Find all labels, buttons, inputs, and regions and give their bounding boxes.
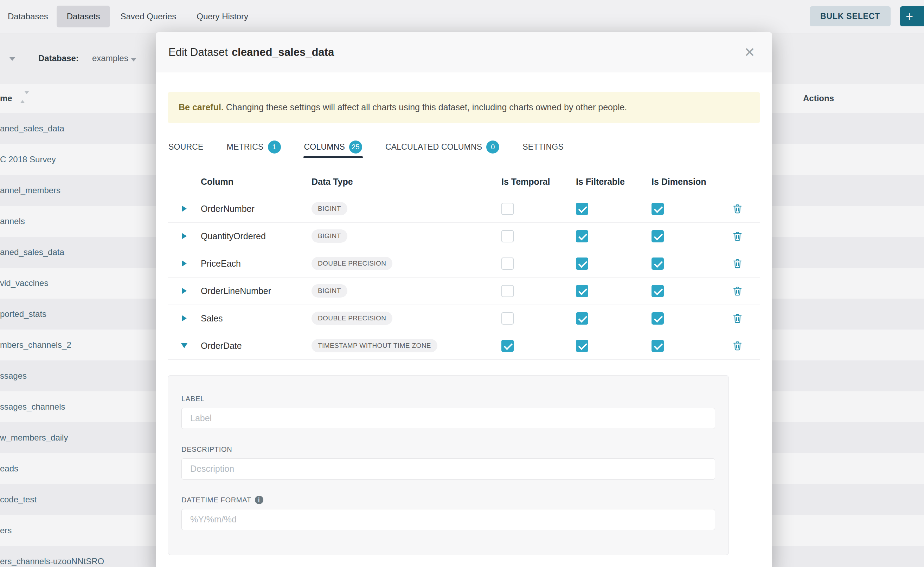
is-temporal-checkbox[interactable] bbox=[501, 258, 514, 270]
edit-dataset-modal: Edit Datasetcleaned_sales_data ✕ Be care… bbox=[156, 32, 772, 567]
modal-header: Edit Datasetcleaned_sales_data ✕ bbox=[156, 32, 772, 72]
is-dimension-cell bbox=[652, 230, 730, 242]
data-type-pill: DOUBLE PRECISION bbox=[312, 312, 393, 325]
is-dimension-checkbox[interactable] bbox=[652, 230, 664, 242]
label-input[interactable] bbox=[181, 408, 715, 429]
is-temporal-checkbox[interactable] bbox=[501, 285, 514, 297]
tab-label: SOURCE bbox=[169, 142, 203, 152]
delete-column-icon[interactable] bbox=[732, 258, 760, 269]
datetime-format-input[interactable] bbox=[181, 509, 715, 530]
tab-label: COLUMNS bbox=[304, 142, 345, 152]
data-type-pill: DOUBLE PRECISION bbox=[312, 257, 393, 270]
description-field-group: DESCRIPTION bbox=[181, 445, 715, 480]
caret-right-icon bbox=[182, 288, 187, 294]
tab-source[interactable]: SOURCE bbox=[168, 136, 204, 158]
column-header: Column bbox=[201, 177, 312, 187]
is-dimension-checkbox[interactable] bbox=[652, 312, 664, 325]
columns-table: Column Data Type Is Temporal Is Filterab… bbox=[168, 169, 760, 360]
label-field-label-text: LABEL bbox=[181, 394, 205, 403]
datetime-format-field-label: DATETIME FORMAT i bbox=[181, 496, 715, 504]
tab-count-badge: 1 bbox=[268, 141, 281, 153]
warning-banner: Be careful. Changing these settings will… bbox=[168, 92, 760, 123]
datetime-format-field-group: DATETIME FORMAT i bbox=[181, 496, 715, 530]
is-temporal-cell bbox=[501, 230, 576, 242]
warning-text: Changing these settings will affect all … bbox=[224, 102, 627, 112]
description-field-label-text: DESCRIPTION bbox=[181, 445, 232, 453]
data-type-cell: DOUBLE PRECISION bbox=[312, 312, 501, 325]
data-type-pill: BIGINT bbox=[312, 284, 348, 297]
is-filterable-checkbox[interactable] bbox=[576, 230, 588, 242]
is-dimension-cell bbox=[652, 312, 730, 325]
expand-toggle[interactable] bbox=[168, 260, 201, 267]
expand-toggle[interactable] bbox=[168, 206, 201, 212]
columns-table-body: OrderNumberBIGINTQuantityOrderedBIGINTPr… bbox=[168, 195, 760, 360]
is-filterable-checkbox[interactable] bbox=[576, 203, 588, 215]
is-filterable-cell bbox=[576, 285, 652, 297]
is-temporal-checkbox[interactable] bbox=[501, 340, 514, 352]
is-dimension-cell bbox=[652, 258, 730, 270]
description-input[interactable] bbox=[181, 459, 715, 480]
is-dimension-checkbox[interactable] bbox=[652, 285, 664, 297]
is-dimension-checkbox[interactable] bbox=[652, 258, 664, 270]
is-filterable-cell bbox=[576, 340, 652, 352]
warning-bold-text: Be careful. bbox=[179, 102, 224, 112]
is-filterable-checkbox[interactable] bbox=[576, 285, 588, 297]
columns-table-header-row: Column Data Type Is Temporal Is Filterab… bbox=[168, 169, 760, 195]
is-temporal-header: Is Temporal bbox=[501, 177, 576, 187]
is-dimension-header: Is Dimension bbox=[652, 177, 730, 187]
tab-count-badge: 25 bbox=[349, 141, 362, 153]
expand-toggle[interactable] bbox=[168, 315, 201, 321]
is-dimension-cell bbox=[652, 285, 730, 297]
delete-column-icon[interactable] bbox=[732, 286, 760, 297]
delete-column-icon[interactable] bbox=[732, 231, 760, 242]
delete-column-icon[interactable] bbox=[732, 203, 760, 214]
is-temporal-cell bbox=[501, 312, 576, 325]
close-icon[interactable]: ✕ bbox=[742, 44, 760, 61]
is-temporal-cell bbox=[501, 340, 576, 352]
is-filterable-checkbox[interactable] bbox=[576, 312, 588, 325]
expand-toggle[interactable] bbox=[168, 343, 201, 348]
tab-label: SETTINGS bbox=[522, 142, 564, 152]
label-field-group: LABEL bbox=[181, 394, 715, 429]
is-filterable-cell bbox=[576, 230, 652, 242]
is-temporal-checkbox[interactable] bbox=[501, 312, 514, 325]
column-name: Sales bbox=[201, 314, 312, 324]
tab-columns[interactable]: COLUMNS25 bbox=[303, 136, 363, 158]
modal-title-prefix: Edit Dataset bbox=[169, 46, 228, 58]
tab-calculated-columns[interactable]: CALCULATED COLUMNS0 bbox=[385, 136, 500, 158]
is-temporal-cell bbox=[501, 285, 576, 297]
info-icon[interactable]: i bbox=[255, 496, 263, 504]
delete-column-icon[interactable] bbox=[732, 340, 760, 351]
datetime-format-label-text: DATETIME FORMAT bbox=[181, 496, 251, 504]
is-filterable-checkbox[interactable] bbox=[576, 340, 588, 352]
is-temporal-checkbox[interactable] bbox=[501, 230, 514, 242]
tab-settings[interactable]: SETTINGS bbox=[522, 136, 564, 158]
data-type-pill: TIMESTAMP WITHOUT TIME ZONE bbox=[312, 339, 437, 352]
data-type-cell: TIMESTAMP WITHOUT TIME ZONE bbox=[312, 339, 501, 352]
delete-column-icon[interactable] bbox=[732, 313, 760, 324]
modal-title-dataset-name: cleaned_sales_data bbox=[232, 46, 334, 58]
is-filterable-cell bbox=[576, 312, 652, 325]
column-row-sales: SalesDOUBLE PRECISION bbox=[168, 305, 760, 332]
caret-down-icon bbox=[181, 343, 187, 348]
modal-tabs: SOURCEMETRICS1COLUMNS25CALCULATED COLUMN… bbox=[168, 136, 760, 158]
column-detail-panel: LABEL DESCRIPTION DATETIME FORMAT i bbox=[168, 375, 729, 555]
column-name: OrderLineNumber bbox=[201, 286, 312, 296]
is-filterable-checkbox[interactable] bbox=[576, 258, 588, 270]
caret-right-icon bbox=[182, 233, 187, 239]
data-type-cell: BIGINT bbox=[312, 230, 501, 243]
is-dimension-cell bbox=[652, 203, 730, 215]
column-name: PriceEach bbox=[201, 258, 312, 269]
is-temporal-checkbox[interactable] bbox=[501, 203, 514, 215]
is-temporal-cell bbox=[501, 203, 576, 215]
tab-count-badge: 0 bbox=[486, 141, 499, 153]
column-row-quantityordered: QuantityOrderedBIGINT bbox=[168, 223, 760, 250]
expand-toggle[interactable] bbox=[168, 233, 201, 239]
is-dimension-checkbox[interactable] bbox=[652, 340, 664, 352]
expand-toggle[interactable] bbox=[168, 288, 201, 294]
modal-title: Edit Datasetcleaned_sales_data bbox=[169, 46, 334, 58]
is-dimension-checkbox[interactable] bbox=[652, 203, 664, 215]
data-type-cell: DOUBLE PRECISION bbox=[312, 257, 501, 270]
is-filterable-cell bbox=[576, 203, 652, 215]
tab-metrics[interactable]: METRICS1 bbox=[226, 136, 281, 158]
